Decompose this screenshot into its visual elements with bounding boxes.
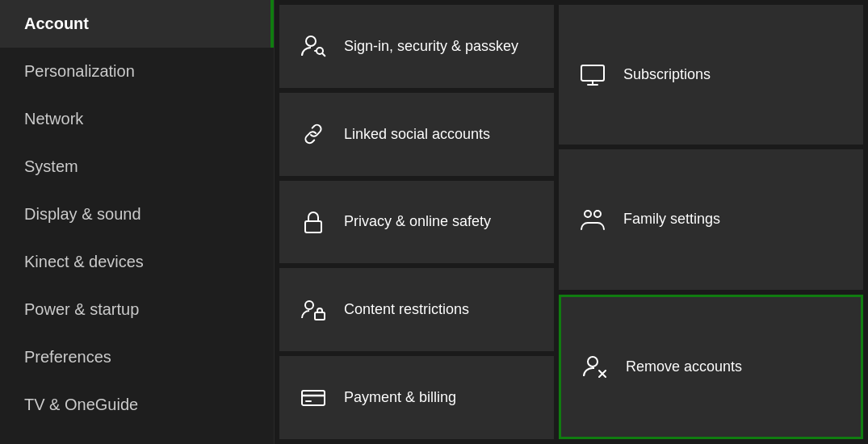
tile-label-linked-social: Linked social accounts bbox=[344, 125, 490, 144]
tile-remove-accounts[interactable]: Remove accounts bbox=[559, 295, 863, 439]
tile-signin-security[interactable]: Sign-in, security & passkey bbox=[279, 5, 554, 88]
sidebar-item-kinect-devices[interactable]: Kinect & devices bbox=[0, 238, 274, 286]
svg-point-0 bbox=[306, 36, 316, 46]
sidebar-item-display-sound[interactable]: Display & sound bbox=[0, 191, 274, 238]
svg-point-9 bbox=[588, 357, 598, 367]
svg-point-3 bbox=[305, 301, 313, 309]
sidebar-item-system[interactable]: System bbox=[0, 143, 274, 191]
sidebar-item-network[interactable]: Network bbox=[0, 95, 274, 143]
tile-privacy-safety[interactable]: Privacy & online safety bbox=[279, 181, 554, 264]
tile-label-payment-billing: Payment & billing bbox=[344, 388, 456, 407]
card-icon bbox=[299, 385, 328, 411]
svg-rect-2 bbox=[305, 221, 321, 232]
tile-linked-social[interactable]: Linked social accounts bbox=[279, 93, 554, 176]
tile-label-content-restrictions: Content restrictions bbox=[344, 300, 469, 319]
svg-point-1 bbox=[317, 48, 323, 54]
sidebar: AccountPersonalizationNetworkSystemDispl… bbox=[0, 0, 275, 444]
svg-rect-4 bbox=[315, 312, 325, 320]
tile-label-family-settings: Family settings bbox=[623, 210, 720, 228]
tile-content-restrictions[interactable]: Content restrictions bbox=[279, 268, 554, 351]
main-content: Sign-in, security & passkeyLinked social… bbox=[275, 0, 868, 444]
tile-family-settings[interactable]: Family settings bbox=[559, 149, 863, 289]
svg-rect-6 bbox=[581, 65, 604, 81]
svg-point-8 bbox=[594, 211, 601, 217]
person-key-icon bbox=[299, 33, 328, 59]
sidebar-item-disc-bluray[interactable]: Disc & Blu-ray bbox=[0, 429, 274, 444]
sidebar-item-power-startup[interactable]: Power & startup bbox=[0, 286, 274, 333]
tile-label-privacy-safety: Privacy & online safety bbox=[344, 212, 491, 231]
lock-icon bbox=[299, 209, 328, 235]
person-lock-icon bbox=[299, 297, 328, 323]
tile-label-remove-accounts: Remove accounts bbox=[626, 358, 742, 376]
sidebar-item-tv-oneguide[interactable]: TV & OneGuide bbox=[0, 381, 274, 429]
tile-payment-billing[interactable]: Payment & billing bbox=[279, 356, 554, 439]
sidebar-item-preferences[interactable]: Preferences bbox=[0, 333, 274, 381]
link-icon bbox=[299, 121, 328, 147]
tile-subscriptions[interactable]: Subscriptions bbox=[559, 5, 863, 145]
svg-rect-5 bbox=[302, 391, 325, 405]
monitor-icon bbox=[578, 62, 607, 88]
tile-label-subscriptions: Subscriptions bbox=[623, 65, 711, 84]
right-tiles-column: SubscriptionsFamily settingsRemove accou… bbox=[559, 5, 863, 439]
sidebar-item-personalization[interactable]: Personalization bbox=[0, 48, 274, 95]
person-remove-icon bbox=[581, 354, 610, 379]
sidebar-item-account[interactable]: Account bbox=[0, 0, 274, 48]
tile-label-signin-security: Sign-in, security & passkey bbox=[344, 37, 518, 56]
svg-point-7 bbox=[585, 211, 591, 217]
family-icon bbox=[578, 207, 607, 232]
left-tiles-column: Sign-in, security & passkeyLinked social… bbox=[279, 5, 554, 439]
